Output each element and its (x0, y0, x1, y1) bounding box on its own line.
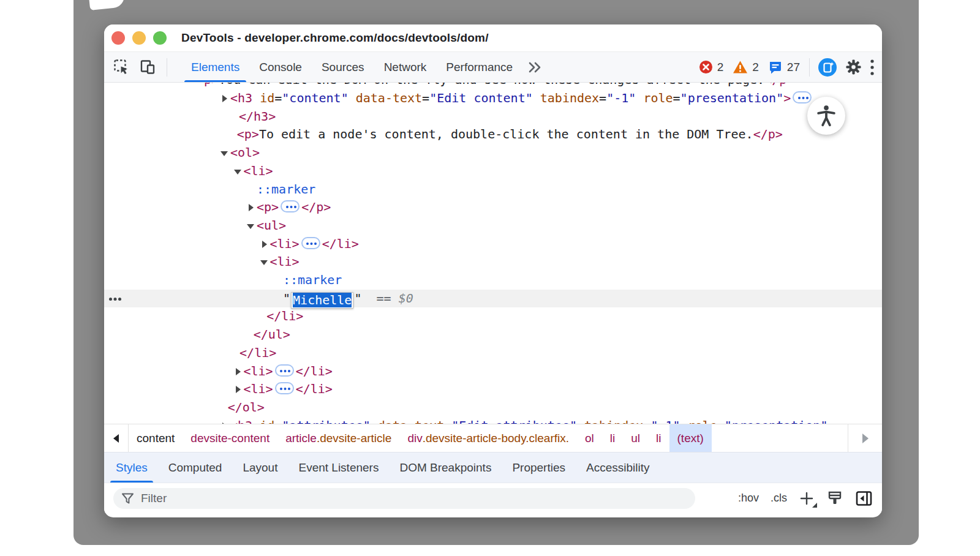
token-val: "attributes" (282, 418, 371, 424)
dom-tree-node[interactable]: </ol> (104, 399, 882, 417)
dom-tree-node[interactable]: <p>To edit a node's content, double-clic… (104, 126, 882, 144)
disclosure-down-arrow-icon[interactable] (247, 220, 257, 230)
rendering-brush-icon[interactable] (826, 490, 843, 507)
device-toolbar-icon[interactable] (140, 59, 157, 75)
dom-tree-node[interactable]: <h3 id="content" data-text="Edit content… (104, 89, 882, 108)
disclosure-down-arrow-icon[interactable] (234, 166, 244, 176)
breadcrumb-item[interactable]: li (648, 424, 669, 452)
selected-text-value: Michelle (293, 293, 352, 307)
token-attr: tabindex (540, 91, 599, 105)
breadcrumb-item[interactable]: ul (623, 424, 648, 452)
token-tag: <li> (244, 163, 273, 178)
disclosure-right-arrow-icon[interactable] (260, 239, 270, 249)
breadcrumb-item[interactable]: content (129, 424, 183, 452)
more-tabs-chevron-icon[interactable] (522, 61, 547, 74)
dom-tree-node[interactable]: <p></p> (104, 198, 882, 217)
toggle-hover-state-button[interactable]: :hov (738, 492, 759, 505)
status-cluster: 2 2 27 (699, 58, 882, 77)
new-style-rule-button[interactable] (799, 490, 815, 506)
breadcrumb-scroll-right-button[interactable] (848, 424, 882, 452)
expand-ellipsis-button[interactable] (281, 200, 300, 212)
sidebar-tab-computed[interactable]: Computed (158, 453, 233, 483)
dom-tree-node[interactable]: <ul> (104, 217, 882, 235)
dom-tree-node[interactable]: <li> (104, 162, 882, 181)
disclosure-right-arrow-icon[interactable] (247, 202, 257, 212)
sidebar-tab-dom-breakpoints[interactable]: DOM Breakpoints (389, 453, 502, 483)
expand-ellipsis-button[interactable] (275, 364, 294, 377)
token-plain: = (444, 418, 451, 424)
filter-funnel-icon (121, 492, 134, 505)
breadcrumb-item[interactable]: div.devsite-article-body.clearfix. (399, 424, 577, 452)
sidebar-tab-styles[interactable]: Styles (105, 453, 158, 483)
maximize-window-button[interactable] (153, 31, 167, 45)
token-attr: data-text (378, 418, 444, 424)
dom-tree-node[interactable]: <li></li> (104, 380, 882, 399)
breadcrumb-item[interactable]: ol (577, 424, 602, 452)
warning-count[interactable]: 2 (752, 61, 759, 74)
expand-ellipsis-button[interactable] (793, 91, 812, 103)
sidebar-tab-layout[interactable]: Layout (232, 453, 288, 483)
dom-tree-node[interactable]: <h3 id="attributes" data-text="Edit attr… (104, 417, 882, 424)
window-titlebar: DevTools - developer.chrome.com/docs/dev… (104, 24, 882, 52)
breadcrumb-text: article (285, 432, 317, 445)
tab-console[interactable]: Console (249, 52, 312, 82)
close-window-button[interactable] (111, 31, 125, 45)
breadcrumb-text: ul (631, 432, 640, 445)
disclosure-right-arrow-icon[interactable] (221, 421, 230, 424)
dom-tree-node[interactable]: p>You can edit the DOM on the fly and se… (104, 83, 882, 89)
token-eqeq: == (377, 291, 391, 306)
sidebar-tab-event-listeners[interactable]: Event Listeners (288, 453, 389, 483)
expand-ellipsis-button[interactable] (301, 237, 320, 249)
styles-filter-input[interactable]: Filter (113, 488, 695, 509)
tab-network[interactable]: Network (374, 52, 437, 82)
toggle-sidebar-panel-icon[interactable] (855, 490, 873, 507)
toggle-class-button[interactable]: .cls (771, 492, 787, 505)
tab-elements[interactable]: Elements (181, 52, 249, 82)
dom-tree-node[interactable]: </ul> (104, 326, 882, 344)
error-badge-icon[interactable] (699, 60, 713, 74)
disclosure-down-arrow-icon[interactable] (221, 148, 230, 157)
disclosure-right-arrow-icon[interactable] (234, 366, 244, 376)
inspect-element-icon[interactable] (113, 59, 130, 75)
breadcrumb-item[interactable]: devsite-content (183, 424, 277, 452)
dom-tree-node[interactable]: <ol> (104, 144, 882, 162)
token-tag: <ul> (257, 218, 286, 233)
dom-tree-node[interactable]: <li></li> (104, 235, 882, 254)
token-plain (577, 418, 584, 424)
token-plain (391, 291, 399, 306)
sidebar-tab-properties[interactable]: Properties (502, 453, 576, 483)
dom-tree-node[interactable]: </li> (104, 344, 882, 363)
kebab-menu-icon[interactable] (870, 59, 875, 76)
disclosure-down-arrow-icon[interactable] (260, 257, 270, 266)
breadcrumb-scroll-left-button[interactable] (104, 424, 129, 452)
settings-gear-icon[interactable] (845, 59, 862, 75)
token-tag: </ul> (254, 327, 290, 342)
issues-count[interactable]: 27 (787, 61, 800, 74)
issues-badge-icon[interactable] (768, 60, 783, 75)
node-options-dots-icon[interactable] (109, 298, 112, 301)
dom-tree-node[interactable]: ::marker (104, 271, 882, 290)
warning-badge-icon[interactable] (733, 60, 748, 74)
dom-tree-node[interactable]: "Michelle" == $0 (104, 290, 882, 308)
token-attr: data-text (356, 91, 422, 105)
breadcrumb-item[interactable]: li (602, 424, 623, 452)
breadcrumb-item[interactable]: article.devsite-article (277, 424, 399, 452)
disclosure-right-arrow-icon[interactable] (234, 384, 244, 394)
error-count[interactable]: 2 (717, 61, 724, 74)
tab-sources[interactable]: Sources (312, 52, 374, 82)
sidebar-tab-accessibility[interactable]: Accessibility (576, 453, 660, 483)
minimize-window-button[interactable] (132, 31, 146, 45)
dom-tree-node[interactable]: <li> (104, 253, 882, 271)
dom-tree-node[interactable]: ::marker (104, 181, 882, 199)
dom-tree-node[interactable]: </li> (104, 307, 882, 326)
dom-tree-node[interactable]: <li></li> (104, 363, 882, 381)
device-ai-feature-icon[interactable] (818, 58, 837, 77)
token-tag: <p> (237, 127, 259, 141)
tab-performance[interactable]: Performance (436, 52, 522, 82)
breadcrumb-item[interactable]: (text) (669, 424, 712, 452)
token-plain (680, 418, 688, 424)
disclosure-right-arrow-icon[interactable] (221, 93, 230, 103)
dom-tree-node[interactable]: </h3> (104, 108, 882, 126)
expand-ellipsis-button[interactable] (275, 382, 294, 394)
inline-edit-box[interactable]: Michelle (291, 292, 353, 309)
